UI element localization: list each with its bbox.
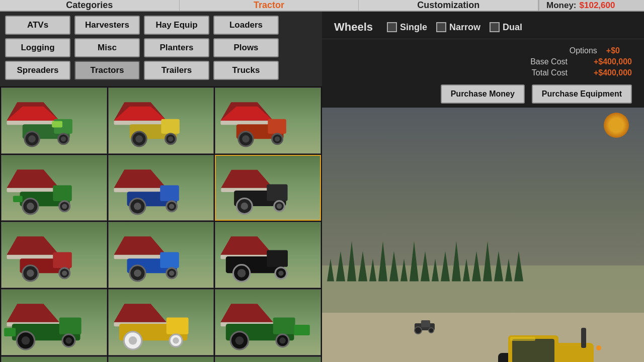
vehicle-cell-2[interactable] [108, 87, 214, 154]
category-row-3: Spreaders Tractors Trailers Trucks [5, 61, 317, 80]
top-bar: Categories Tractor Customization Money: … [0, 0, 644, 12]
options-row: Options +$0 [570, 44, 632, 55]
main-tractor-display [468, 298, 629, 362]
svg-point-68 [169, 270, 174, 276]
wheel-single-label: Single [400, 22, 427, 33]
vehicle-cell-15[interactable] [215, 356, 321, 362]
vehicle-cell-12[interactable] [215, 289, 321, 355]
tree-19 [514, 251, 523, 282]
svg-point-42 [134, 203, 141, 210]
svg-point-44 [169, 204, 174, 209]
category-trucks[interactable]: Trucks [213, 61, 279, 80]
svg-rect-72 [267, 250, 288, 267]
svg-rect-14 [161, 119, 180, 134]
category-harvesters[interactable]: Harvesters [74, 16, 140, 35]
tree-8 [400, 259, 408, 282]
svg-point-101 [280, 337, 286, 344]
svg-marker-78 [7, 304, 59, 322]
svg-point-18 [168, 136, 173, 141]
svg-marker-54 [7, 237, 59, 255]
svg-point-50 [241, 202, 248, 209]
svg-rect-137 [581, 328, 586, 348]
base-cost-row: Base Cost +$400,000 [522, 57, 632, 66]
wheel-option-dual[interactable]: Dual [490, 22, 522, 33]
scene-sun [604, 113, 629, 138]
tree-3 [347, 241, 356, 282]
vehicle-cell-3[interactable] [215, 87, 321, 154]
vehicle-cell-1[interactable] [1, 87, 107, 154]
svg-marker-62 [114, 237, 166, 255]
vehicle-cell-13[interactable] [1, 356, 107, 362]
wheel-option-narrow[interactable]: Narrow [436, 22, 480, 33]
category-hay-equip[interactable]: Hay Equip [144, 16, 209, 35]
mini-atv [412, 317, 442, 335]
svg-point-82 [22, 336, 30, 345]
svg-rect-102 [294, 325, 310, 335]
tab-customization[interactable]: Customization [359, 0, 538, 11]
vehicle-cell-5[interactable] [108, 155, 214, 221]
main-content: ATVs Harvesters Hay Equip Loaders Loggin… [0, 12, 644, 362]
category-row-1: ATVs Harvesters Hay Equip Loaders [5, 16, 317, 35]
vehicle-cell-14[interactable] [108, 356, 214, 362]
svg-point-6 [28, 135, 36, 143]
svg-point-16 [135, 135, 143, 143]
category-plows[interactable]: Plows [213, 38, 279, 57]
category-tractors[interactable]: Tractors [74, 61, 140, 80]
svg-rect-48 [267, 184, 288, 201]
tree-17 [494, 251, 503, 282]
category-atvs[interactable]: ATVs [5, 16, 70, 35]
tree-14 [463, 259, 470, 282]
right-panel: Wheels Single Narrow Dual Options +$0 [322, 12, 644, 362]
category-planters[interactable]: Planters [144, 38, 209, 57]
options-label: Options [570, 46, 597, 55]
category-trailers[interactable]: Trailers [144, 61, 209, 80]
svg-marker-38 [114, 169, 166, 188]
category-logging[interactable]: Logging [5, 38, 70, 57]
svg-marker-46 [221, 169, 273, 188]
svg-point-8 [61, 136, 66, 141]
vehicle-cell-4[interactable] [1, 155, 107, 221]
vehicle-cell-7[interactable] [1, 222, 107, 288]
base-cost-value: +$400,000 [577, 57, 632, 66]
wheel-checkbox-dual[interactable] [490, 22, 500, 32]
wheel-dual-label: Dual [503, 22, 522, 33]
tree-4 [358, 251, 367, 282]
svg-point-52 [277, 203, 282, 208]
svg-point-154 [596, 345, 601, 350]
money-display: Money: $102,600 [538, 0, 644, 11]
total-cost-row: Total Cost +$400,000 [522, 68, 632, 77]
tree-6 [378, 241, 387, 282]
tree-13 [452, 241, 461, 282]
svg-point-60 [62, 270, 67, 276]
money-label: Money: [546, 1, 577, 11]
svg-rect-36 [13, 196, 23, 202]
tree-15 [472, 251, 481, 282]
vehicle-cell-6[interactable] [215, 155, 321, 221]
svg-rect-97 [273, 317, 295, 334]
vehicle-cell-10[interactable] [1, 289, 107, 355]
wheel-checkbox-single[interactable] [387, 22, 397, 32]
wheel-checkbox-narrow[interactable] [436, 22, 446, 32]
category-spreaders[interactable]: Spreaders [5, 61, 70, 80]
tab-tractor[interactable]: Tractor [180, 0, 359, 11]
svg-marker-70 [221, 237, 273, 255]
vehicle-cell-11[interactable] [108, 289, 214, 355]
svg-rect-129 [421, 320, 430, 327]
svg-point-76 [279, 270, 284, 276]
vehicle-cell-9[interactable] [215, 222, 321, 288]
category-misc[interactable]: Misc [74, 38, 140, 57]
svg-point-35 [62, 204, 67, 209]
wheels-label: Wheels [334, 21, 373, 34]
left-panel: ATVs Harvesters Hay Equip Loaders Loggin… [0, 12, 322, 362]
purchase-money-button[interactable]: Purchase Money [441, 84, 525, 104]
tab-categories[interactable]: Categories [0, 0, 180, 11]
tree-18 [505, 259, 512, 282]
svg-rect-136 [512, 339, 554, 362]
wheel-option-single[interactable]: Single [387, 22, 427, 33]
scene-trees [322, 171, 644, 282]
category-loaders[interactable]: Loaders [213, 16, 279, 35]
vehicle-cell-8[interactable] [108, 222, 214, 288]
base-cost-label: Base Cost [522, 57, 568, 66]
options-value: +$0 [606, 46, 620, 55]
purchase-equipment-button[interactable]: Purchase Equipment [532, 84, 632, 104]
